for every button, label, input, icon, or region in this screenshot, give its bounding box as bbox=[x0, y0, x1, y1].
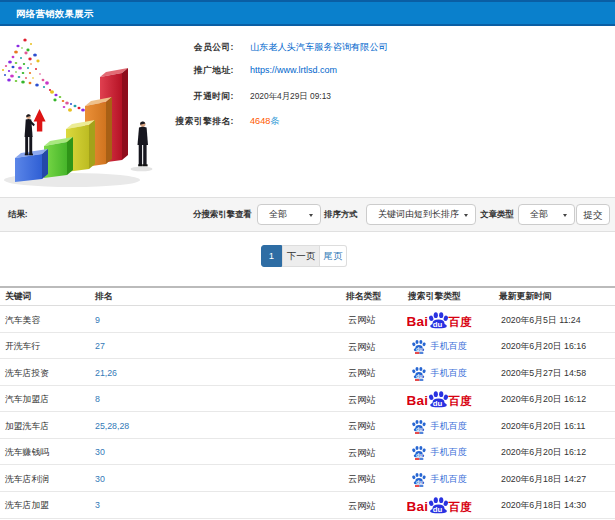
svg-text:du: du bbox=[433, 505, 443, 514]
svg-text:du: du bbox=[433, 399, 443, 408]
svg-text:Bai: Bai bbox=[407, 500, 428, 515]
svg-text:du: du bbox=[416, 346, 423, 352]
svg-text:du: du bbox=[416, 372, 423, 378]
svg-text:百度: 百度 bbox=[448, 500, 473, 513]
svg-text:du: du bbox=[416, 479, 423, 485]
svg-text:手机百度: 手机百度 bbox=[430, 421, 467, 431]
svg-text:手机百度: 手机百度 bbox=[430, 341, 467, 351]
svg-text:Bai: Bai bbox=[407, 314, 428, 329]
svg-text:手机百度: 手机百度 bbox=[430, 367, 467, 377]
svg-text:du: du bbox=[416, 425, 423, 431]
svg-text:百度: 百度 bbox=[448, 394, 473, 407]
svg-text:百度: 百度 bbox=[448, 315, 473, 328]
svg-text:du: du bbox=[433, 319, 443, 328]
svg-text:手机百度: 手机百度 bbox=[430, 447, 467, 457]
svg-text:Bai: Bai bbox=[407, 393, 428, 408]
svg-text:手机百度: 手机百度 bbox=[430, 474, 467, 484]
svg-text:du: du bbox=[416, 452, 423, 458]
